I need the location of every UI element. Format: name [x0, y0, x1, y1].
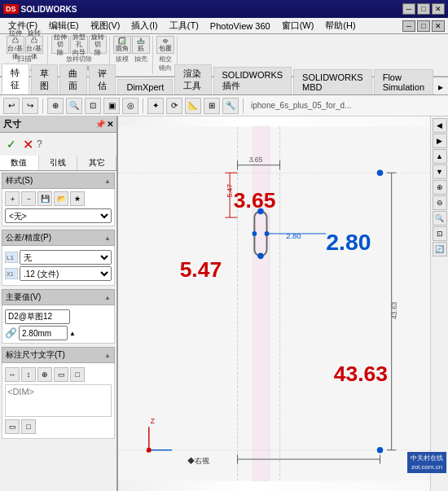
zoom-in-button[interactable]: 🔍	[66, 98, 82, 114]
style-expand-icon[interactable]: ▲	[104, 178, 111, 185]
main-value-input[interactable]	[5, 309, 70, 324]
confirm-icon[interactable]: ✓	[7, 138, 16, 151]
measure-button[interactable]: 📐	[185, 98, 201, 114]
dim-ref-icon-2[interactable]: □	[21, 419, 36, 434]
rt-btn-6[interactable]: ⊖	[433, 195, 447, 210]
zoom-fit-button[interactable]: ⊕	[47, 98, 64, 114]
dim-text-center-icon[interactable]: ⊕	[37, 367, 52, 382]
rib-icon[interactable]: 筋	[132, 36, 150, 54]
rt-btn-7[interactable]: 🔍	[433, 211, 447, 226]
add-style-icon[interactable]: ＋	[5, 191, 20, 206]
revolve-cut-icon[interactable]: 旋转切除	[89, 36, 107, 54]
secondary-toolbar: ↩ ↪ ⊕ 🔍 ⊡ ▣ ◎ ✦ ⟳ 📐 ⊞ 🔧 iphone_6s_plus_0…	[0, 95, 448, 116]
rt-btn-3[interactable]: ▲	[433, 149, 447, 164]
menu-photoview[interactable]: PhotoView 360	[205, 20, 275, 33]
tab-render[interactable]: 渲染工具	[174, 64, 211, 94]
cancel-icon[interactable]: ✕	[23, 137, 33, 152]
spinner-up-icon[interactable]: ▲	[69, 330, 76, 337]
dim-text-expand-icon[interactable]: ▲	[104, 352, 111, 359]
rt-btn-1[interactable]: ◀	[433, 118, 447, 133]
tab-sw-plugins[interactable]: SOLIDWORKS插件	[213, 67, 292, 94]
menu-insert[interactable]: 插入(I)	[126, 18, 162, 33]
tab-surface[interactable]: 曲面	[59, 64, 87, 94]
toolbar-maximize[interactable]: □	[417, 20, 430, 32]
drawing-canvas[interactable]: 3.65 3.65 5.47 5.47	[118, 116, 430, 491]
dim-text-left-icon[interactable]: ↔	[5, 367, 20, 382]
help-icon[interactable]: ?	[37, 138, 42, 150]
panel-tab-other[interactable]: 其它	[77, 156, 116, 170]
tab-evaluate[interactable]: 评估	[89, 64, 116, 94]
grid-button[interactable]: ⊞	[204, 98, 220, 114]
tab-overflow-button[interactable]: ▸	[435, 80, 446, 94]
toolbar-minimize[interactable]: ─	[402, 20, 415, 32]
menu-edit[interactable]: 编辑(E)	[44, 18, 84, 33]
main-value-expand-icon[interactable]: ▲	[104, 294, 111, 301]
tolerance-expand-icon[interactable]: ▲	[104, 235, 111, 242]
rt-btn-5[interactable]: ⊕	[433, 180, 447, 195]
svg-text:X1: X1	[7, 271, 14, 277]
panel-close-button[interactable]: ✕	[107, 120, 113, 129]
dim-text-up-icon[interactable]: ↕	[21, 367, 36, 382]
panel-tab-value[interactable]: 数值	[0, 156, 39, 170]
redo-button[interactable]: ↪	[22, 98, 38, 114]
remove-style-icon[interactable]: －	[21, 191, 36, 206]
panel-title-text: 尺寸	[3, 118, 21, 130]
panel-pin-icon[interactable]: 📌	[95, 120, 105, 129]
revolve-boss-icon[interactable]: 旋转凸台/基体	[25, 36, 43, 54]
tolerance-icon-1: L1	[5, 252, 18, 263]
close-button[interactable]: ✕	[432, 3, 445, 15]
tab-dimxpert[interactable]: DimXpert	[117, 79, 173, 94]
svg-text:43.63: 43.63	[334, 362, 388, 386]
svg-text:✦: ✦	[145, 446, 152, 455]
tab-sketch[interactable]: 草图	[31, 64, 59, 94]
tolerance-select-1[interactable]: 无	[20, 250, 112, 265]
undo-button[interactable]: ↩	[3, 98, 20, 114]
app-logo: DS SOLIDWORKS	[3, 4, 77, 14]
rt-btn-9[interactable]: 🔄	[433, 242, 447, 256]
rotate-button[interactable]: ⟳	[166, 98, 182, 114]
panel-tab-leader[interactable]: 引线	[39, 156, 78, 170]
rt-btn-8[interactable]: ⊡	[433, 226, 447, 241]
dim-text-box1-icon[interactable]: ▭	[54, 367, 68, 382]
hole-wizard-icon[interactable]: 异型孔向导	[70, 36, 88, 54]
minimize-button[interactable]: ─	[402, 3, 415, 15]
toolbar-close[interactable]: ✕	[432, 20, 445, 32]
view-3d-button[interactable]: ▣	[103, 98, 120, 114]
dim-text-box2-icon[interactable]: □	[70, 367, 85, 382]
rt-btn-4[interactable]: ▼	[433, 164, 447, 179]
svg-marker-11	[141, 38, 142, 41]
style-dropdown[interactable]: <无>	[5, 208, 112, 223]
menu-view[interactable]: 视图(V)	[86, 18, 125, 33]
tab-feature[interactable]: 特征	[2, 64, 29, 94]
settings-button[interactable]: 🔧	[222, 98, 239, 114]
fillet-icon[interactable]: 圆角	[113, 36, 131, 54]
dim-ref-icon-1[interactable]: ▭	[5, 419, 20, 434]
wrap-icon[interactable]: 包 包覆	[156, 36, 174, 54]
tab-sw-mbd[interactable]: SOLIDWORKS MBD	[293, 69, 372, 94]
menu-window[interactable]: 窗口(W)	[277, 18, 319, 33]
extrude-boss-icon[interactable]: 拉伸凸台/基体	[7, 36, 24, 54]
svg-text:3.65: 3.65	[249, 156, 263, 164]
tolerance-select-2[interactable]: .12 (文件)	[20, 266, 112, 281]
svg-point-29	[257, 208, 264, 215]
svg-text:Z: Z	[151, 417, 155, 425]
svg-rect-17	[118, 126, 430, 480]
default-style-icon[interactable]: ★	[70, 191, 85, 206]
mm-value-input[interactable]	[19, 326, 68, 340]
menu-bar: 文件(F) 编辑(E) 视图(V) 插入(I) 工具(T) PhotoView …	[0, 18, 448, 34]
tab-flow-sim[interactable]: Flow Simulation	[374, 69, 433, 94]
hole-wizard-label: 异型孔向导	[71, 33, 87, 57]
maximize-button[interactable]: □	[417, 3, 430, 15]
menu-tools[interactable]: 工具(T)	[165, 18, 204, 33]
display-style-button[interactable]: ✦	[147, 98, 164, 114]
section-view-button[interactable]: ◎	[122, 98, 138, 114]
view-orient-button[interactable]: ⊡	[85, 98, 101, 114]
load-style-icon[interactable]: 📂	[54, 191, 68, 206]
rt-btn-2[interactable]: ▶	[433, 134, 447, 148]
extrude-cut-icon[interactable]: 拉伸切除	[51, 36, 69, 54]
dimension-icon: 🔗	[5, 327, 17, 339]
menu-help[interactable]: 帮助(H)	[320, 18, 360, 33]
save-style-icon[interactable]: 💾	[37, 191, 52, 206]
style-section-title: 样式(S) ▲	[2, 173, 115, 189]
rib-label: 筋	[138, 45, 144, 53]
